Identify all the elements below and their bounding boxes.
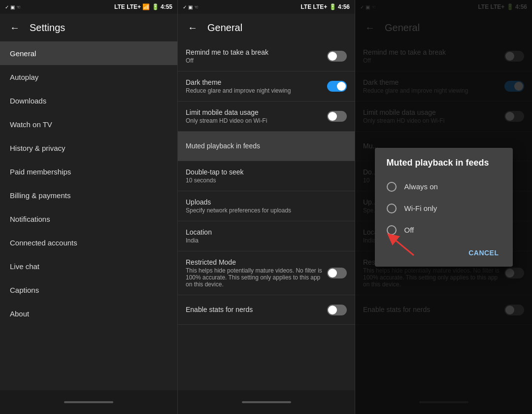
dialog-option-always-on-label: Always on [404,182,438,191]
status-left-icons: ✓ ▣ ☜ [5,4,21,10]
back-button-2[interactable]: ← [186,20,200,35]
setting-muted-playback-label: Muted playback in feeds [186,142,347,150]
dialog-option-off[interactable]: Off [375,219,513,241]
arrow-annotation [387,233,416,258]
sidebar-item-downloads[interactable]: Downloads [0,89,177,112]
settings-panel: ✓ ▣ ☜ LTE LTE+ 📶 🔋 4:55 ← Settings Gener… [0,0,177,414]
sidebar-item-general[interactable]: General [0,41,177,65]
muted-playback-dialog: Muted playback in feeds Always on Wi-Fi … [375,148,513,267]
setting-location-sub: India [186,237,347,244]
dialog-overlay[interactable]: Muted playback in feeds Always on Wi-Fi … [355,0,532,414]
restricted-mode-toggle[interactable] [327,268,347,278]
settings-toolbar: ← Settings [0,14,177,41]
dialog-option-wifi-only-label: Wi-Fi only [404,204,437,212]
sidebar-item-paid-memberships[interactable]: Paid memberships [0,160,177,183]
back-button-1[interactable]: ← [8,20,22,35]
setting-dark-theme-sub: Reduce glare and improve night viewing [186,87,327,94]
stats-nerds-toggle[interactable] [327,305,347,315]
sidebar-item-billing-payments[interactable]: Billing & payments [0,183,177,207]
setting-muted-playback[interactable]: Muted playback in feeds [178,132,355,161]
remind-toggle[interactable] [327,51,347,62]
sidebar-item-watch-on-tv[interactable]: Watch on TV [0,112,177,136]
general-title: General [207,22,242,34]
setting-uploads-sub: Specify network preferences for uploads [186,207,347,214]
setting-uploads[interactable]: Uploads Specify network preferences for … [178,191,355,221]
dialog-option-wifi-only[interactable]: Wi-Fi only [375,198,513,219]
setting-stats-nerds-label: Enable stats for nerds [186,306,327,313]
sidebar-item-connected-accounts[interactable]: Connected accounts [0,231,177,254]
setting-restricted-mode-sub: This helps hide potentially mature video… [186,267,327,288]
setting-double-tap-label: Double-tap to seek [186,168,347,176]
sidebar-item-captions[interactable]: Captions [0,278,177,302]
limit-data-toggle[interactable] [327,111,347,122]
general-panel: ✓ ▣ ☜ LTE LTE+ 🔋 4:56 ← General Remind m… [177,0,355,414]
dialog-cancel-button[interactable]: CANCEL [463,245,504,261]
setting-limit-data-sub: Only stream HD video on Wi-Fi [186,117,327,124]
status-bar-1: ✓ ▣ ☜ LTE LTE+ 📶 🔋 4:55 [0,0,177,14]
status-bar-2: ✓ ▣ ☜ LTE LTE+ 🔋 4:56 [178,0,355,14]
sidebar-item-notifications[interactable]: Notifications [0,207,177,231]
status-time-1: LTE LTE+ 📶 🔋 4:55 [114,3,172,10]
sidebar-item-autoplay[interactable]: Autoplay [0,65,177,89]
setting-dark-theme-label: Dark theme [186,78,327,86]
bottom-nav-2 [178,390,355,414]
home-indicator-2 [242,401,291,403]
setting-restricted-mode[interactable]: Restricted Mode This helps hide potentia… [178,251,355,295]
bottom-nav-1 [0,390,177,414]
sidebar-item-about[interactable]: About [0,302,177,325]
radio-always-on[interactable] [387,182,397,192]
sidebar-item-live-chat[interactable]: Live chat [0,254,177,278]
status-left-icons-2: ✓ ▣ ☜ [183,4,199,10]
setting-location-label: Location [186,228,347,236]
setting-limit-data-label: Limit mobile data usage [186,108,327,116]
setting-limit-data[interactable]: Limit mobile data usage Only stream HD v… [178,102,355,132]
settings-title: Settings [30,22,65,34]
setting-double-tap[interactable]: Double-tap to seek 10 seconds [178,161,355,191]
setting-remind-label: Remind me to take a break [186,48,327,56]
setting-remind-sub: Off [186,57,327,64]
status-time-2: LTE LTE+ 🔋 4:56 [300,3,350,10]
sidebar-item-history-privacy[interactable]: History & privacy [0,136,177,160]
general-dialog-panel: ✓ ▣ ☜ LTE LTE+ 🔋 4:56 ← General Remind m… [355,0,532,414]
settings-nav-list: General Autoplay Downloads Watch on TV H… [0,41,177,390]
setting-restricted-mode-label: Restricted Mode [186,258,327,266]
setting-uploads-label: Uploads [186,198,347,206]
setting-stats-nerds[interactable]: Enable stats for nerds [178,295,355,325]
dark-theme-toggle[interactable] [327,81,347,92]
setting-remind[interactable]: Remind me to take a break Off [178,41,355,71]
setting-double-tap-sub: 10 seconds [186,177,347,184]
setting-location[interactable]: Location India [178,221,355,251]
general-settings-list: Remind me to take a break Off Dark theme… [178,41,355,390]
general-toolbar: ← General [178,14,355,41]
setting-dark-theme[interactable]: Dark theme Reduce glare and improve nigh… [178,71,355,102]
svg-line-1 [392,237,414,255]
radio-wifi-only[interactable] [387,204,397,213]
dialog-option-always-on[interactable]: Always on [375,176,513,198]
home-indicator-1 [64,401,113,403]
dialog-title: Muted playback in feeds [375,158,513,176]
